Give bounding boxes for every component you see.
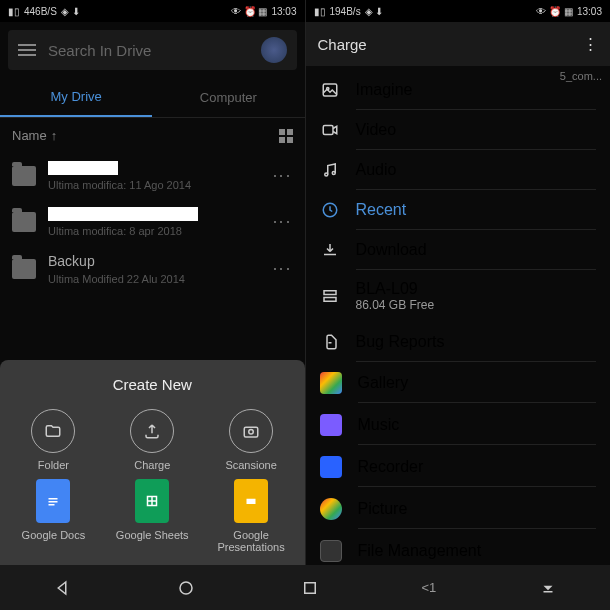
create-docs[interactable]: Google Docs (8, 479, 99, 553)
sheet-title: Create New (8, 376, 297, 393)
app-picture[interactable]: Picture (306, 488, 611, 530)
cat-video[interactable]: Video (306, 110, 611, 150)
category-list: Imagine Video Audio Recent Download BLA-… (306, 66, 611, 565)
docs-icon (36, 479, 70, 523)
folder-icon (12, 212, 36, 232)
picker-panel: ▮▯194B/s◈ ⬇ 👁 ⏰ ▦13:03 Charge ⋮ 5_com...… (306, 0, 611, 565)
signal-icon: ▮▯ (314, 6, 326, 17)
app-recorder[interactable]: Recorder (306, 446, 611, 488)
search-bar[interactable]: Search In Drive (8, 30, 297, 70)
cat-recent[interactable]: Recent (306, 190, 611, 230)
file-meta: Ultima modifica: 11 Ago 2014 (48, 179, 259, 191)
file-row[interactable]: Ultima modifica: 8 apr 2018 ⋮ (0, 199, 305, 245)
search-input[interactable]: Search In Drive (48, 42, 249, 59)
status-bar-left: ▮▯446B/S◈ ⬇ 👁 ⏰ ▦13:03 (0, 0, 305, 22)
create-sheet: Create New Folder Charge Scansione Googl… (0, 360, 305, 565)
storage-icon (320, 286, 340, 306)
clock-icon (320, 200, 340, 220)
picture-icon (320, 498, 342, 520)
file-name (48, 161, 118, 175)
download-icon (320, 240, 340, 260)
svg-rect-19 (544, 591, 553, 593)
cat-storage[interactable]: BLA-L0986.04 GB Free (306, 270, 611, 322)
nav-bar: <1 (0, 565, 610, 610)
folder-icon (12, 259, 36, 279)
file-name (48, 207, 198, 221)
speed-text: 194B/s (330, 6, 361, 17)
grid-view-icon[interactable] (279, 129, 293, 143)
nav-dropdown[interactable] (536, 576, 560, 600)
svg-point-17 (180, 582, 192, 594)
avatar[interactable] (261, 37, 287, 63)
folder-badge: 5_com... (560, 70, 602, 82)
filemgmt-icon (320, 540, 342, 562)
svg-rect-15 (324, 291, 336, 295)
camera-icon (242, 422, 260, 440)
more-icon[interactable]: ⋮ (271, 167, 293, 185)
file-row[interactable]: Ultima modifica: 11 Ago 2014 ⋮ (0, 153, 305, 199)
create-slides[interactable]: Google Presentations (206, 479, 297, 553)
svg-rect-11 (323, 126, 333, 135)
cat-downloads[interactable]: Download (306, 230, 611, 270)
svg-rect-8 (247, 499, 256, 504)
time-text: 13:03 (271, 6, 296, 17)
picker-title: Charge (318, 36, 367, 53)
recorder-icon (320, 456, 342, 478)
tabs: My Drive Computer (0, 78, 305, 118)
sheets-icon (135, 479, 169, 523)
more-icon[interactable]: ⋮ (271, 260, 293, 278)
picker-header: Charge ⋮ (306, 22, 611, 66)
nav-count[interactable]: <1 (421, 580, 436, 595)
folder-icon (12, 166, 36, 186)
svg-rect-4 (49, 504, 55, 506)
nav-recent[interactable] (298, 576, 322, 600)
gallery-icon (320, 372, 342, 394)
create-scan[interactable]: Scansione (206, 409, 297, 471)
nav-back[interactable] (50, 576, 74, 600)
image-icon (320, 80, 340, 100)
tab-my-drive[interactable]: My Drive (0, 78, 152, 117)
create-upload[interactable]: Charge (107, 409, 198, 471)
file-meta: Ultima Modified 22 Alu 2014 (48, 273, 259, 285)
app-gallery[interactable]: Gallery (306, 362, 611, 404)
svg-point-12 (324, 173, 327, 176)
more-icon[interactable]: ⋮ (271, 213, 293, 231)
slides-icon (234, 479, 268, 523)
folder-icon (44, 422, 62, 440)
upload-icon (143, 422, 161, 440)
app-filemgmt[interactable]: File Management (306, 530, 611, 565)
svg-point-1 (249, 430, 254, 435)
drive-panel: ▮▯446B/S◈ ⬇ 👁 ⏰ ▦13:03 Search In Drive M… (0, 0, 306, 565)
arrow-up-icon: ↑ (51, 128, 58, 143)
cat-audio[interactable]: Audio (306, 150, 611, 190)
svg-point-13 (332, 172, 335, 175)
speed-text: 446B/S (24, 6, 57, 17)
menu-icon[interactable] (18, 44, 36, 56)
status-bar-right: ▮▯194B/s◈ ⬇ 👁 ⏰ ▦13:03 (306, 0, 611, 22)
more-icon[interactable]: ⋮ (583, 35, 598, 53)
signal-icon: ▮▯ (8, 6, 20, 17)
svg-rect-3 (49, 501, 58, 503)
file-meta: Ultima modifica: 8 apr 2018 (48, 225, 259, 237)
app-music[interactable]: Music (306, 404, 611, 446)
svg-rect-16 (324, 298, 336, 302)
video-icon (320, 120, 340, 140)
tab-computer[interactable]: Computer (152, 78, 304, 117)
create-sheets[interactable]: Google Sheets (107, 479, 198, 553)
svg-rect-2 (49, 498, 58, 500)
nav-home[interactable] (174, 576, 198, 600)
time-text: 13:03 (577, 6, 602, 17)
bug-icon (320, 332, 340, 352)
create-folder[interactable]: Folder (8, 409, 99, 471)
file-row[interactable]: BackupUltima Modified 22 Alu 2014 ⋮ (0, 245, 305, 293)
file-name: Backup (48, 253, 259, 269)
audio-icon (320, 160, 340, 180)
svg-rect-0 (244, 427, 258, 437)
music-icon (320, 414, 342, 436)
sort-button[interactable]: Name↑ (12, 128, 57, 143)
svg-rect-18 (304, 582, 315, 593)
sort-row: Name↑ (0, 118, 305, 153)
cat-bugreports[interactable]: Bug Reports (306, 322, 611, 362)
